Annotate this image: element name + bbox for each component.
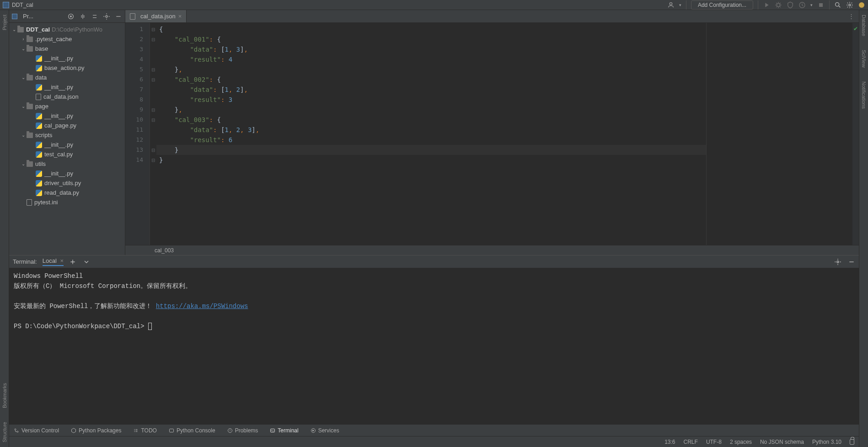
close-tab-icon[interactable]: × — [178, 13, 182, 20]
profile-caret[interactable]: ▾ — [810, 3, 813, 7]
terminal-icon — [270, 428, 275, 433]
code-line[interactable]: "data": [1, 2], — [156, 85, 706, 95]
terminal-panel: Terminal: Local × Windows PowerShell 版权所… — [9, 255, 859, 424]
stop-icon[interactable] — [817, 1, 825, 9]
tree-row[interactable]: ⌄data — [9, 73, 125, 82]
breadcrumb[interactable]: cal_003 — [125, 245, 859, 255]
fold-gutter[interactable]: ⊟⊟⊟⊟⊟⊟⊟⊟ — [150, 23, 156, 245]
terminal-tab-local[interactable]: Local × — [43, 257, 64, 266]
code-line[interactable]: { — [156, 24, 706, 34]
code-line[interactable]: "cal_002": { — [156, 74, 706, 85]
tree-row[interactable]: __init__.py — [9, 169, 125, 178]
tool-project[interactable]: Project — [2, 15, 7, 30]
tool-database[interactable]: Database — [861, 15, 867, 36]
code-line[interactable]: }, — [156, 105, 706, 115]
tree-row[interactable]: base_action.py — [9, 63, 125, 73]
statusbar: 13:6 CRLF UTF-8 2 spaces No JSON schema … — [9, 436, 859, 447]
tool-notifications[interactable]: Notifications — [861, 81, 867, 109]
tab-python-packages[interactable]: Python Packages — [71, 427, 121, 434]
run-icon[interactable] — [763, 1, 770, 9]
expand-all-icon[interactable] — [79, 13, 86, 20]
code-line[interactable]: "result": 4 — [156, 54, 706, 64]
tree-row[interactable]: ›.pytest_cache — [9, 34, 125, 44]
code-line[interactable]: } — [156, 155, 706, 165]
search-icon[interactable] — [834, 1, 841, 9]
locate-icon[interactable] — [67, 13, 75, 20]
tab-version-control[interactable]: Version Control — [14, 427, 59, 434]
terminal-settings-icon[interactable] — [834, 258, 841, 266]
tree-row[interactable]: driver_utils.py — [9, 178, 125, 188]
editor-area: cal_data.json × ⋮ 1234567891011121314 ⊟⊟… — [125, 10, 859, 255]
tree-row[interactable]: __init__.py — [9, 111, 125, 121]
code-line[interactable]: } — [156, 145, 706, 155]
line-separator[interactable]: CRLF — [684, 439, 698, 445]
tree-row[interactable]: cal_page.py — [9, 121, 125, 130]
cursor-position[interactable]: 13:6 — [664, 439, 675, 445]
breadcrumb-item[interactable]: cal_003 — [155, 247, 174, 254]
chevron-down-icon[interactable]: ⌄ — [21, 46, 26, 51]
tree-row[interactable]: __init__.py — [9, 53, 125, 63]
close-terminal-tab-icon[interactable]: × — [60, 257, 64, 264]
code-line[interactable]: "data": [1, 2, 3], — [156, 125, 706, 135]
new-terminal-icon[interactable] — [69, 258, 76, 266]
code-line[interactable]: "cal_001": { — [156, 34, 706, 44]
settings-icon[interactable] — [846, 1, 853, 9]
tool-structure[interactable]: Structure — [2, 422, 7, 442]
tool-sciview[interactable]: SciView — [861, 50, 867, 68]
code-line[interactable]: "result": 3 — [156, 95, 706, 105]
code-lines[interactable]: { "cal_001": { "data": [1, 3], "result":… — [156, 23, 706, 245]
chevron-down-icon[interactable]: ⌄ — [21, 133, 26, 138]
lock-icon[interactable] — [850, 439, 854, 445]
panel-settings-icon[interactable] — [103, 13, 110, 20]
chevron-down-icon[interactable]: ⌄ — [12, 27, 16, 32]
tree-root[interactable]: ⌄ DDT_cal D:\Code\PythonWo — [9, 25, 125, 34]
chevron-down-icon[interactable]: ⌄ — [21, 104, 26, 109]
terminal-dropdown-icon[interactable] — [83, 258, 90, 266]
tool-bookmarks[interactable]: Bookmarks — [2, 383, 7, 408]
code-line[interactable]: "data": [1, 3], — [156, 44, 706, 54]
code-line[interactable]: }, — [156, 64, 706, 74]
profile-icon[interactable] — [798, 1, 806, 9]
interpreter[interactable]: Python 3.10 — [812, 439, 841, 445]
tree-row[interactable]: __init__.py — [9, 140, 125, 149]
coverage-icon[interactable] — [787, 1, 794, 9]
code-line[interactable]: "result": 6 — [156, 135, 706, 145]
collapse-all-icon[interactable] — [91, 13, 98, 20]
tree-row[interactable]: cal_data.json — [9, 92, 125, 101]
hide-terminal-icon[interactable] — [848, 258, 855, 266]
chevron-right-icon[interactable]: › — [21, 37, 26, 42]
tree-row[interactable]: test_cal.py — [9, 149, 125, 159]
project-tree[interactable]: ⌄ DDT_cal D:\Code\PythonWo ›.pytest_cach… — [9, 23, 125, 255]
svg-point-12 — [17, 431, 18, 432]
code-line[interactable]: "cal_003": { — [156, 115, 706, 125]
tree-row[interactable]: ⌄utils — [9, 159, 125, 169]
hide-panel-icon[interactable] — [115, 13, 122, 20]
chevron-down-icon[interactable]: ⌄ — [21, 75, 26, 80]
tree-row[interactable]: read_data.py — [9, 188, 125, 197]
terminal-body[interactable]: Windows PowerShell 版权所有（C） Microsoft Cor… — [9, 268, 859, 424]
debug-icon[interactable] — [775, 1, 782, 9]
editor-tabs-more[interactable]: ⋮ — [844, 10, 859, 22]
indent[interactable]: 2 spaces — [730, 439, 752, 445]
tree-row[interactable]: ⌄scripts — [9, 130, 125, 140]
user-icon[interactable] — [667, 1, 675, 9]
add-configuration-button[interactable]: Add Configuration... — [691, 0, 753, 10]
editor-tab-cal-data[interactable]: cal_data.json × — [125, 10, 187, 22]
tab-problems[interactable]: Problems — [227, 427, 258, 434]
tab-python-console[interactable]: Python Console — [169, 427, 215, 434]
chevron-down-icon[interactable]: ⌄ — [21, 161, 26, 166]
tree-row[interactable]: ⌄base — [9, 44, 125, 53]
ide-updates-icon[interactable] — [858, 1, 865, 9]
tab-services[interactable]: Services — [311, 427, 339, 434]
tab-terminal[interactable]: Terminal — [270, 427, 298, 434]
tree-row[interactable]: ⌄page — [9, 101, 125, 111]
json-schema[interactable]: No JSON schema — [760, 439, 804, 445]
user-menu-caret[interactable]: ▾ — [679, 3, 681, 7]
tab-todo[interactable]: TODO — [133, 427, 156, 434]
check-icon: ✔ — [853, 26, 858, 32]
tree-row[interactable]: __init__.py — [9, 82, 125, 92]
code-body[interactable]: 1234567891011121314 ⊟⊟⊟⊟⊟⊟⊟⊟ { "cal_001"… — [125, 23, 859, 245]
tree-row[interactable]: pytest.ini — [9, 197, 125, 207]
encoding[interactable]: UTF-8 — [706, 439, 722, 445]
terminal-link[interactable]: https://aka.ms/PSWindows — [156, 303, 248, 310]
